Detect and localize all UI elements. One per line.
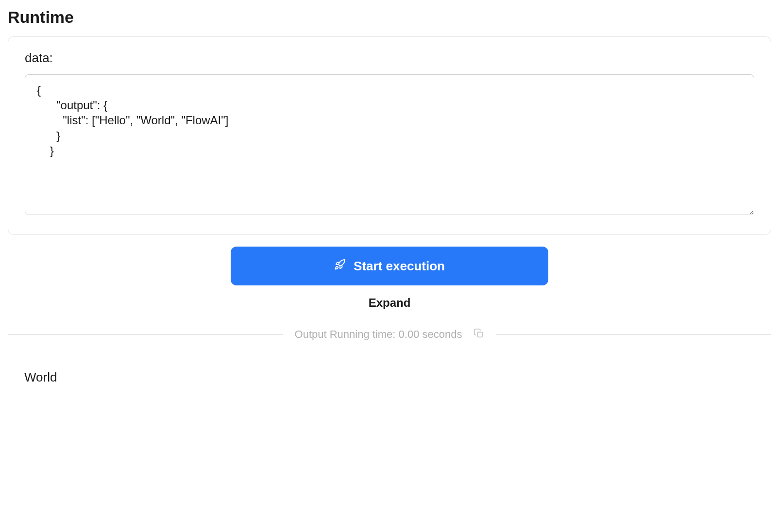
svg-rect-0 [478,332,483,337]
start-execution-label: Start execution [354,259,445,274]
output-value: World [0,341,779,404]
data-label: data: [25,50,754,66]
output-running-time-label: Output Running time: 0.00 seconds [295,328,462,341]
expand-button[interactable]: Expand [369,296,411,310]
output-divider: Output Running time: 0.00 seconds [0,328,779,341]
page-title: Runtime [0,0,779,36]
divider-line-right [496,334,771,335]
data-textarea[interactable] [25,74,754,215]
rocket-icon [334,259,346,274]
data-panel: data: [8,36,771,235]
copy-icon[interactable] [474,328,484,341]
divider-line-left [8,334,283,335]
start-execution-button[interactable]: Start execution [231,247,548,285]
